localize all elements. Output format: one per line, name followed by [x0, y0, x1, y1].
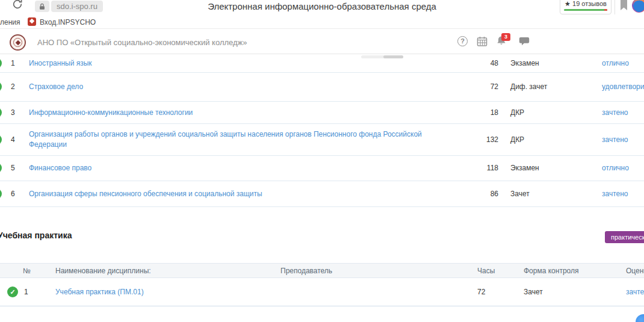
course-hours: 118 — [463, 164, 498, 172]
status-check-icon: ✓ — [0, 163, 2, 173]
course-hours: 72 — [463, 82, 498, 91]
course-control-form: Зачет — [510, 190, 595, 198]
practice-type-badge: практическое — [605, 231, 644, 243]
help-icon[interactable]: ? — [457, 36, 468, 46]
course-row-5: ✓ 5 Финансовое право 118 Экзамен отлично — [0, 155, 644, 181]
practice-row-1: ✓ 1 Учебная практика (ПМ.01) 72 Зачет за… — [0, 278, 644, 306]
bookmark-item-inpsycho[interactable]: Вход.INPSYCHO — [40, 18, 96, 26]
course-number: 5 — [11, 164, 25, 172]
course-control-form: ДКР — [510, 108, 595, 117]
site-header: АНО ПО «Открытый социально-экономический… — [0, 29, 644, 54]
course-number: 6 — [11, 190, 25, 198]
chat-icon[interactable] — [519, 37, 530, 49]
course-grade-link[interactable]: зачтено — [602, 135, 644, 144]
course-row-4: ✓ 4 Организация работы органов и учрежде… — [0, 123, 644, 156]
practice-link[interactable]: Учебная практика (ПМ.01) — [55, 288, 144, 296]
notifications-bell-icon[interactable]: 3 — [496, 36, 507, 49]
practice-hours: 72 — [477, 288, 485, 296]
course-number: 4 — [11, 135, 25, 144]
floating-action-button[interactable] — [636, 314, 644, 322]
practice-table-header: № Наименование дисциплины: Преподаватель… — [0, 263, 644, 278]
course-grade-link[interactable]: зачтено — [602, 108, 644, 117]
reviews-label: ★ 19 отзывов — [560, 0, 611, 8]
reviews-rating-bar — [564, 9, 607, 11]
course-number: 3 — [11, 108, 25, 117]
course-control-form: ДКР — [510, 135, 595, 144]
course-number: 2 — [11, 82, 25, 91]
course-link[interactable]: Страховое дело — [29, 82, 450, 92]
section-heading: Учебная практика — [0, 231, 72, 240]
profile-avatar[interactable] — [632, 0, 644, 13]
status-check-icon: ✓ — [0, 107, 2, 118]
course-hours: 18 — [463, 108, 498, 117]
url-text: sdo.i-spo.ru — [51, 2, 103, 11]
course-control-form: Диф. зачет — [510, 82, 595, 91]
status-check-icon: ✓ — [0, 188, 2, 199]
bookmarks-bar: ления Вход.INPSYCHO — [0, 16, 644, 29]
status-check-icon: ✓ — [0, 81, 2, 92]
practice-number: 1 — [24, 288, 28, 296]
course-row-6: ✓ 6 Организация сферы пенсионного обеспе… — [0, 181, 644, 207]
course-grade-link[interactable]: зачтено — [602, 190, 644, 198]
course-row-1: ✓ 1 Иностранный язык 48 Экзамен отлично — [0, 54, 644, 73]
bookmark-icon[interactable] — [620, 0, 628, 13]
bookmark-favicon-icon — [28, 17, 36, 26]
reviews-button[interactable]: ★ 19 отзывов — [560, 0, 611, 14]
course-link[interactable]: Организация сферы пенсионного обеспечени… — [29, 188, 450, 199]
course-control-form: Экзамен — [510, 59, 595, 67]
address-bar[interactable]: sdo.i-spo.ru — [51, 1, 103, 12]
status-check-icon: ✓ — [0, 134, 2, 145]
browser-chrome: sdo.i-spo.ru Электронная информационно-о… — [0, 0, 644, 16]
course-hours: 132 — [463, 135, 498, 144]
status-check-icon: ✓ — [7, 286, 18, 297]
col-header-teacher: Преподаватель — [280, 264, 332, 279]
lock-icon — [35, 1, 49, 12]
col-header-grade: Оценка — [626, 264, 644, 279]
course-grade-link[interactable]: отлично — [602, 59, 644, 67]
col-header-num: № — [23, 264, 31, 279]
col-header-name: Наименование дисциплины: — [55, 264, 151, 279]
course-row-2: ✓ 2 Страховое дело 72 Диф. зачет удовлет… — [0, 72, 644, 102]
reload-icon[interactable] — [12, 0, 23, 12]
col-header-control: Форма контроля — [524, 264, 579, 279]
course-number: 1 — [11, 59, 25, 67]
col-header-hours: Часы — [477, 264, 495, 279]
course-link[interactable]: Организация работы органов и учреждений … — [29, 129, 450, 150]
course-row-3: ✓ 3 Информационно-коммуникационные техно… — [0, 101, 644, 124]
course-control-form: Экзамен — [510, 164, 595, 172]
notification-count-badge: 3 — [501, 33, 510, 41]
chrome-divider — [615, 0, 615, 14]
college-logo[interactable] — [10, 34, 26, 51]
practice-grade-link[interactable]: зачтено — [626, 288, 644, 296]
course-grade-link[interactable]: отлично — [602, 164, 644, 172]
status-check-icon: ✓ — [0, 58, 2, 69]
course-link[interactable]: Информационно-коммуникационные технологи… — [29, 107, 450, 117]
course-link[interactable]: Финансовое право — [29, 163, 450, 173]
practice-control-form: Зачет — [524, 288, 543, 296]
college-name: АНО ПО «Открытый социально-экономический… — [37, 38, 247, 47]
course-hours: 86 — [463, 190, 498, 198]
calendar-icon[interactable] — [477, 36, 488, 49]
course-grade-link[interactable]: удовлетворительно — [602, 82, 644, 91]
course-hours: 48 — [463, 59, 498, 67]
page-title: Электронная информационно-образовательна… — [208, 1, 436, 11]
course-link[interactable]: Иностранный язык — [29, 58, 450, 68]
bookmark-item-truncated[interactable]: ления — [0, 18, 20, 26]
